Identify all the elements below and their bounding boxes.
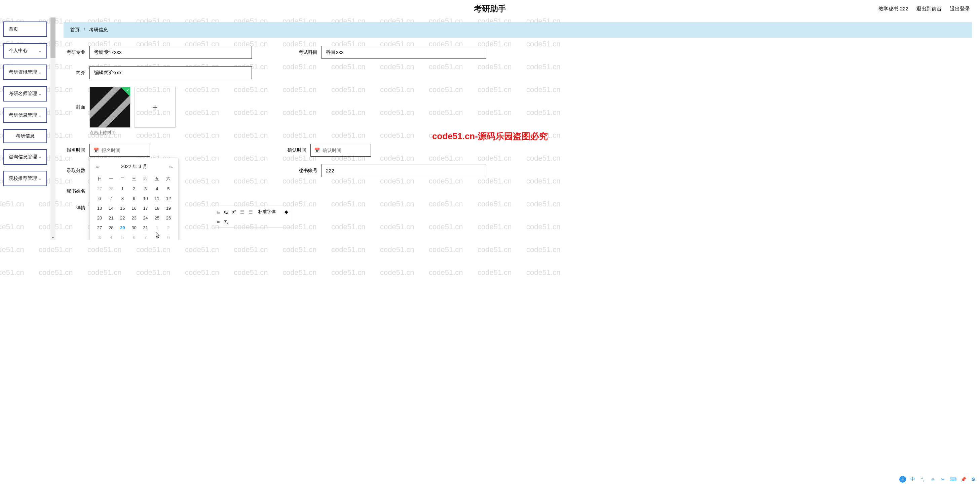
date-cell[interactable]: 26: [163, 213, 174, 223]
clear-format-button[interactable]: Tₓ: [224, 219, 229, 225]
form-row: 简介: [64, 66, 972, 79]
date-input-wrap[interactable]: 📅: [310, 144, 371, 157]
date-picker-title: 2022 年 3 月: [121, 164, 147, 170]
field-major: 考研专业: [64, 46, 252, 59]
date-cell[interactable]: 7: [105, 194, 117, 203]
date-cell[interactable]: 2: [128, 184, 140, 194]
label-major: 考研专业: [64, 49, 86, 56]
date-cell[interactable]: 27: [94, 223, 105, 233]
chevron-down-icon: ⌄: [38, 48, 42, 53]
date-cell[interactable]: 27: [94, 184, 105, 194]
date-cell[interactable]: 25: [151, 213, 163, 223]
scrollbar-down-arrow[interactable]: ▾: [51, 235, 56, 240]
logout-link[interactable]: 退出登录: [950, 6, 970, 12]
date-cell[interactable]: 28: [105, 184, 117, 194]
date-cell[interactable]: 1: [117, 184, 128, 194]
subscript-button[interactable]: x₂: [224, 209, 228, 214]
weekday-header: 三: [128, 174, 140, 184]
plus-icon: +: [152, 102, 158, 113]
date-cell[interactable]: 22: [117, 213, 128, 223]
form-row: 录取分数 秘书账号: [64, 164, 972, 177]
weekday-header: 日: [94, 174, 105, 184]
superscript-button[interactable]: x²: [232, 209, 236, 214]
date-cell[interactable]: 17: [140, 203, 151, 213]
date-cell[interactable]: 21: [105, 213, 117, 223]
date-cell[interactable]: 2: [163, 223, 174, 233]
date-input-wrap[interactable]: 📅: [89, 144, 150, 157]
font-select[interactable]: 标准字体: [257, 208, 280, 216]
underline-button[interactable]: ⎁: [217, 209, 220, 214]
date-cell[interactable]: 24: [140, 213, 151, 223]
scrollbar-handle[interactable]: [51, 17, 56, 58]
date-picker[interactable]: « ‹ 2022 年 3 月 › » 日一二三四五六27281234567891…: [89, 158, 178, 240]
date-cell[interactable]: 9: [163, 233, 174, 240]
date-cell[interactable]: 5: [163, 184, 174, 194]
date-cell[interactable]: 30: [128, 223, 140, 233]
date-cell[interactable]: 3: [94, 233, 105, 240]
mouse-cursor-icon: [155, 232, 161, 239]
upload-add-button[interactable]: +: [135, 87, 175, 128]
sidebar-item-consult[interactable]: 咨询信息管理 ⌄: [3, 149, 47, 165]
calendar-icon: 📅: [93, 148, 99, 153]
date-cell[interactable]: 28: [105, 223, 117, 233]
date-cell[interactable]: 18: [151, 203, 163, 213]
sidebar-item-school[interactable]: 院校推荐管理 ⌄: [3, 171, 47, 186]
input-signup-time[interactable]: [102, 148, 145, 153]
date-cell[interactable]: 5: [117, 233, 128, 240]
indent-right-button[interactable]: ☰: [248, 209, 253, 214]
date-cell[interactable]: 19: [163, 203, 174, 213]
date-cell[interactable]: 14: [105, 203, 117, 213]
date-cell[interactable]: 23: [128, 213, 140, 223]
indent-left-button[interactable]: ☰: [240, 209, 245, 214]
date-picker-grid: 日一二三四五六272812345678910111213141516171819…: [94, 174, 174, 240]
date-cell[interactable]: 20: [94, 213, 105, 223]
date-cell[interactable]: 4: [105, 233, 117, 240]
label-confirm-time: 确认时间: [285, 147, 306, 153]
user-role[interactable]: 教学秘书 222: [878, 6, 908, 12]
date-cell[interactable]: 12: [163, 194, 174, 203]
weekday-header: 五: [151, 174, 163, 184]
field-secretary-account: 秘书账号: [296, 164, 486, 177]
main-content: 首页 / 考研信息 考研专业 考试科目 简介 封面: [56, 17, 980, 240]
breadcrumb-root[interactable]: 首页: [70, 27, 80, 32]
sidebar-item-news[interactable]: 考研资讯管理 ⌄: [3, 65, 47, 80]
sidebar-item-label: 考研信息: [16, 133, 35, 138]
input-intro[interactable]: [89, 66, 252, 79]
date-cell[interactable]: 15: [117, 203, 128, 213]
input-secretary-account[interactable]: [321, 164, 486, 177]
sidebar-item-info-sub[interactable]: 考研信息: [3, 129, 47, 143]
sidebar-item-teacher[interactable]: 考研名师管理 ⌄: [3, 86, 47, 102]
date-cell[interactable]: 29: [117, 223, 128, 233]
date-cell[interactable]: 31: [140, 223, 151, 233]
sidebar-item-info[interactable]: 考研信息管理 ⌄: [3, 108, 47, 123]
header-right: 教学秘书 222 退出到前台 退出登录: [878, 6, 980, 12]
chevron-down-icon: ⌄: [38, 91, 42, 96]
date-cell[interactable]: 11: [151, 194, 163, 203]
date-cell[interactable]: 6: [128, 233, 140, 240]
sidebar-scrollbar[interactable]: ▾: [51, 17, 56, 240]
input-major[interactable]: [89, 46, 252, 59]
breadcrumb: 首页 / 考研信息: [64, 22, 972, 38]
date-cell[interactable]: 7: [140, 233, 151, 240]
date-prev-button[interactable]: « ‹: [96, 164, 99, 170]
sidebar-item-home[interactable]: 首页: [3, 22, 47, 37]
sidebar-item-profile[interactable]: 个人中心 ⌄: [3, 43, 47, 59]
input-confirm-time[interactable]: [323, 148, 366, 153]
date-cell[interactable]: 9: [128, 194, 140, 203]
date-cell[interactable]: 4: [151, 184, 163, 194]
weekday-header: 六: [163, 174, 174, 184]
date-cell[interactable]: 3: [140, 184, 151, 194]
date-cell[interactable]: 6: [94, 194, 105, 203]
date-cell[interactable]: 1: [151, 223, 163, 233]
date-cell[interactable]: 8: [117, 194, 128, 203]
date-cell[interactable]: 16: [128, 203, 140, 213]
align-button[interactable]: ≡: [217, 219, 220, 225]
upload-thumbnail[interactable]: [89, 87, 130, 128]
date-cell[interactable]: 10: [140, 194, 151, 203]
date-cell[interactable]: 13: [94, 203, 105, 213]
date-next-button[interactable]: › »: [169, 164, 172, 170]
upload-tip: 点击上传封面: [89, 130, 972, 136]
input-subject[interactable]: [321, 46, 486, 59]
back-to-front-link[interactable]: 退出到前台: [916, 6, 942, 12]
check-icon: [121, 87, 130, 97]
